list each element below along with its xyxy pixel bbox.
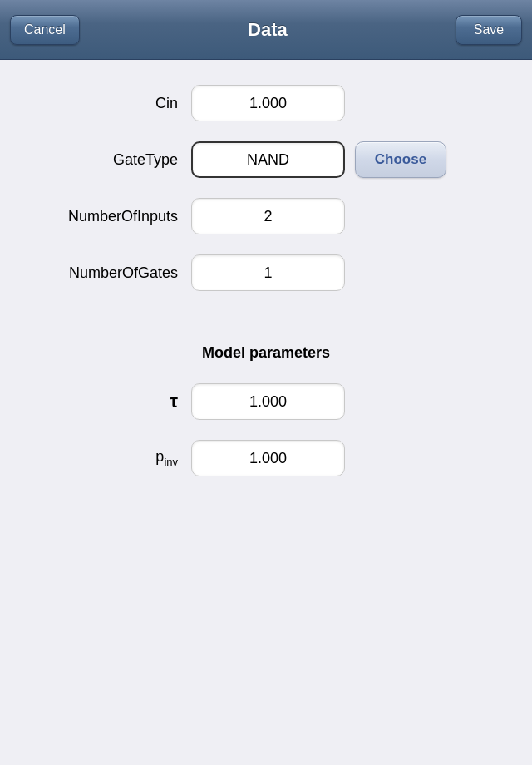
choose-button[interactable]: Choose	[355, 141, 446, 178]
cin-input[interactable]: 1.000	[191, 85, 345, 121]
gatetype-label: GateType	[25, 151, 191, 169]
content-area: Cin 1.000 GateType NAND Choose NumberOfI…	[0, 60, 532, 765]
num-inputs-row: NumberOfInputs 2	[0, 190, 532, 243]
model-parameters-title: Model parameters	[202, 344, 330, 361]
gatetype-input[interactable]: NAND	[191, 141, 345, 178]
tau-label: τ	[25, 391, 191, 412]
tau-input[interactable]: 1.000	[191, 383, 345, 420]
spacer	[0, 303, 532, 319]
num-inputs-input[interactable]: 2	[191, 198, 345, 234]
num-inputs-label: NumberOfInputs	[25, 208, 191, 225]
cin-row: Cin 1.000	[0, 76, 532, 130]
pinv-label: pinv	[25, 448, 191, 468]
navbar: Cancel Data Save	[0, 0, 532, 60]
cancel-button[interactable]: Cancel	[10, 15, 80, 45]
save-button[interactable]: Save	[456, 15, 522, 45]
pinv-input[interactable]: 1.000	[191, 440, 345, 476]
num-gates-label: NumberOfGates	[25, 264, 191, 282]
model-parameters-header: Model parameters	[0, 319, 532, 375]
num-gates-input[interactable]: 1	[191, 254, 345, 291]
num-gates-row: NumberOfGates 1	[0, 246, 532, 299]
pinv-row: pinv 1.000	[0, 432, 532, 485]
gatetype-row: GateType NAND Choose	[0, 133, 532, 186]
page-title: Data	[248, 19, 288, 41]
cin-label: Cin	[25, 95, 191, 112]
tau-row: τ 1.000	[0, 375, 532, 428]
